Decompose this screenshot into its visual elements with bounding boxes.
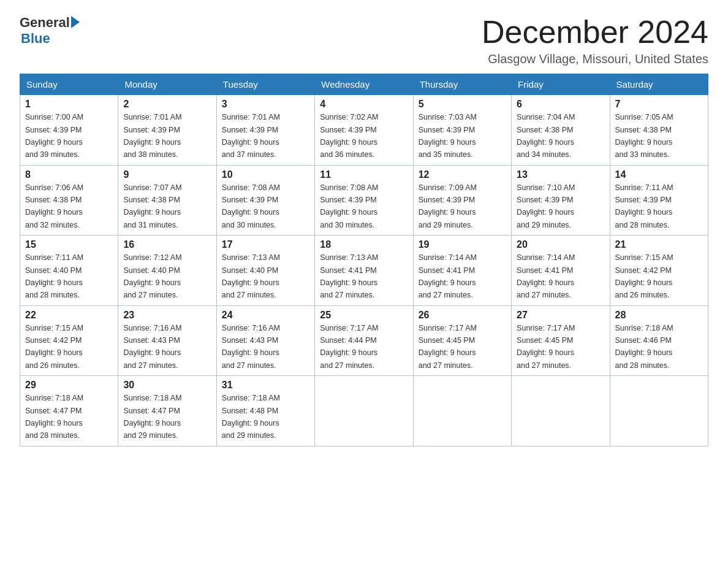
calendar-cell: 31 Sunrise: 7:18 AMSunset: 4:48 PMDaylig… xyxy=(216,376,314,446)
calendar-cell: 1 Sunrise: 7:00 AMSunset: 4:39 PMDayligh… xyxy=(20,95,118,166)
day-detail: Sunrise: 7:15 AMSunset: 4:42 PMDaylight:… xyxy=(615,253,673,299)
day-detail: Sunrise: 7:13 AMSunset: 4:41 PMDaylight:… xyxy=(320,253,378,299)
calendar-cell: 8 Sunrise: 7:06 AMSunset: 4:38 PMDayligh… xyxy=(20,165,118,236)
calendar-cell: 11 Sunrise: 7:08 AMSunset: 4:39 PMDaylig… xyxy=(315,165,413,236)
day-number: 21 xyxy=(615,239,703,250)
day-number: 15 xyxy=(25,239,113,250)
calendar-cell: 9 Sunrise: 7:07 AMSunset: 4:38 PMDayligh… xyxy=(118,165,216,236)
logo: General Blue xyxy=(20,15,80,47)
day-number: 31 xyxy=(222,380,309,391)
calendar-cell xyxy=(610,376,708,446)
day-detail: Sunrise: 7:04 AMSunset: 4:38 PMDaylight:… xyxy=(517,113,575,159)
day-detail: Sunrise: 7:18 AMSunset: 4:47 PMDaylight:… xyxy=(25,394,83,440)
calendar-cell xyxy=(315,376,413,446)
day-detail: Sunrise: 7:18 AMSunset: 4:48 PMDaylight:… xyxy=(222,394,280,440)
header-tuesday: Tuesday xyxy=(216,74,314,95)
day-detail: Sunrise: 7:16 AMSunset: 4:43 PMDaylight:… xyxy=(222,324,280,370)
calendar-cell: 21 Sunrise: 7:15 AMSunset: 4:42 PMDaylig… xyxy=(610,236,708,306)
day-detail: Sunrise: 7:11 AMSunset: 4:39 PMDaylight:… xyxy=(615,183,673,229)
day-detail: Sunrise: 7:11 AMSunset: 4:40 PMDaylight:… xyxy=(25,253,83,299)
day-number: 7 xyxy=(615,99,703,110)
day-number: 9 xyxy=(123,169,211,180)
calendar-cell: 22 Sunrise: 7:15 AMSunset: 4:42 PMDaylig… xyxy=(20,305,118,376)
logo-general-text: General xyxy=(20,15,70,31)
calendar-cell: 2 Sunrise: 7:01 AMSunset: 4:39 PMDayligh… xyxy=(118,95,216,166)
day-detail: Sunrise: 7:14 AMSunset: 4:41 PMDaylight:… xyxy=(419,253,477,299)
day-detail: Sunrise: 7:13 AMSunset: 4:40 PMDaylight:… xyxy=(222,253,280,299)
day-detail: Sunrise: 7:17 AMSunset: 4:45 PMDaylight:… xyxy=(517,324,575,370)
calendar-cell: 20 Sunrise: 7:14 AMSunset: 4:41 PMDaylig… xyxy=(512,236,610,306)
calendar-cell: 23 Sunrise: 7:16 AMSunset: 4:43 PMDaylig… xyxy=(118,305,216,376)
day-detail: Sunrise: 7:17 AMSunset: 4:44 PMDaylight:… xyxy=(320,324,378,370)
day-number: 27 xyxy=(517,310,604,321)
day-detail: Sunrise: 7:16 AMSunset: 4:43 PMDaylight:… xyxy=(123,324,181,370)
day-number: 22 xyxy=(25,310,113,321)
calendar-cell: 28 Sunrise: 7:18 AMSunset: 4:46 PMDaylig… xyxy=(610,305,708,376)
day-number: 16 xyxy=(123,239,211,250)
day-number: 10 xyxy=(222,169,309,180)
day-number: 3 xyxy=(222,99,309,110)
month-title: December 2024 xyxy=(482,15,708,50)
day-detail: Sunrise: 7:03 AMSunset: 4:39 PMDaylight:… xyxy=(419,113,477,159)
calendar-cell: 3 Sunrise: 7:01 AMSunset: 4:39 PMDayligh… xyxy=(216,95,314,166)
day-detail: Sunrise: 7:06 AMSunset: 4:38 PMDaylight:… xyxy=(25,183,83,229)
calendar-header-row: Sunday Monday Tuesday Wednesday Thursday… xyxy=(20,74,708,95)
day-number: 30 xyxy=(123,380,211,391)
day-detail: Sunrise: 7:00 AMSunset: 4:39 PMDaylight:… xyxy=(25,113,83,159)
calendar-cell xyxy=(413,376,511,446)
calendar-table: Sunday Monday Tuesday Wednesday Thursday… xyxy=(20,74,708,446)
day-number: 25 xyxy=(320,310,408,321)
calendar-cell: 5 Sunrise: 7:03 AMSunset: 4:39 PMDayligh… xyxy=(413,95,511,166)
week-row-3: 15 Sunrise: 7:11 AMSunset: 4:40 PMDaylig… xyxy=(20,236,708,306)
day-number: 11 xyxy=(320,169,408,180)
calendar-cell: 14 Sunrise: 7:11 AMSunset: 4:39 PMDaylig… xyxy=(610,165,708,236)
logo-arrow-icon xyxy=(71,16,80,28)
day-number: 1 xyxy=(25,99,113,110)
calendar-cell: 6 Sunrise: 7:04 AMSunset: 4:38 PMDayligh… xyxy=(512,95,610,166)
week-row-4: 22 Sunrise: 7:15 AMSunset: 4:42 PMDaylig… xyxy=(20,305,708,376)
calendar-cell: 19 Sunrise: 7:14 AMSunset: 4:41 PMDaylig… xyxy=(413,236,511,306)
day-detail: Sunrise: 7:14 AMSunset: 4:41 PMDaylight:… xyxy=(517,253,575,299)
day-number: 26 xyxy=(419,310,506,321)
day-number: 4 xyxy=(320,99,408,110)
day-detail: Sunrise: 7:12 AMSunset: 4:40 PMDaylight:… xyxy=(123,253,181,299)
calendar-cell: 12 Sunrise: 7:09 AMSunset: 4:39 PMDaylig… xyxy=(413,165,511,236)
calendar-cell: 7 Sunrise: 7:05 AMSunset: 4:38 PMDayligh… xyxy=(610,95,708,166)
week-row-2: 8 Sunrise: 7:06 AMSunset: 4:38 PMDayligh… xyxy=(20,165,708,236)
day-detail: Sunrise: 7:01 AMSunset: 4:39 PMDaylight:… xyxy=(222,113,280,159)
week-row-5: 29 Sunrise: 7:18 AMSunset: 4:47 PMDaylig… xyxy=(20,376,708,446)
day-detail: Sunrise: 7:05 AMSunset: 4:38 PMDaylight:… xyxy=(615,113,673,159)
day-number: 13 xyxy=(517,169,604,180)
day-number: 23 xyxy=(123,310,211,321)
day-detail: Sunrise: 7:18 AMSunset: 4:46 PMDaylight:… xyxy=(615,324,673,370)
day-number: 24 xyxy=(222,310,309,321)
calendar-cell: 17 Sunrise: 7:13 AMSunset: 4:40 PMDaylig… xyxy=(216,236,314,306)
calendar-cell xyxy=(512,376,610,446)
day-detail: Sunrise: 7:15 AMSunset: 4:42 PMDaylight:… xyxy=(25,324,83,370)
header-friday: Friday xyxy=(512,74,610,95)
day-detail: Sunrise: 7:09 AMSunset: 4:39 PMDaylight:… xyxy=(419,183,477,229)
header-monday: Monday xyxy=(118,74,216,95)
header-thursday: Thursday xyxy=(413,74,511,95)
calendar-cell: 30 Sunrise: 7:18 AMSunset: 4:47 PMDaylig… xyxy=(118,376,216,446)
calendar-cell: 10 Sunrise: 7:08 AMSunset: 4:39 PMDaylig… xyxy=(216,165,314,236)
day-detail: Sunrise: 7:02 AMSunset: 4:39 PMDaylight:… xyxy=(320,113,378,159)
day-number: 19 xyxy=(419,239,506,250)
day-number: 2 xyxy=(123,99,211,110)
day-detail: Sunrise: 7:08 AMSunset: 4:39 PMDaylight:… xyxy=(222,183,280,229)
header-sunday: Sunday xyxy=(20,74,118,95)
day-detail: Sunrise: 7:08 AMSunset: 4:39 PMDaylight:… xyxy=(320,183,378,229)
header-saturday: Saturday xyxy=(610,74,708,95)
logo-blue-text: Blue xyxy=(21,31,50,47)
location-title: Glasgow Village, Missouri, United States xyxy=(482,52,708,66)
calendar-cell: 25 Sunrise: 7:17 AMSunset: 4:44 PMDaylig… xyxy=(315,305,413,376)
day-detail: Sunrise: 7:18 AMSunset: 4:47 PMDaylight:… xyxy=(123,394,181,440)
day-number: 12 xyxy=(419,169,506,180)
calendar-cell: 29 Sunrise: 7:18 AMSunset: 4:47 PMDaylig… xyxy=(20,376,118,446)
day-number: 28 xyxy=(615,310,703,321)
calendar-cell: 15 Sunrise: 7:11 AMSunset: 4:40 PMDaylig… xyxy=(20,236,118,306)
calendar-cell: 16 Sunrise: 7:12 AMSunset: 4:40 PMDaylig… xyxy=(118,236,216,306)
day-number: 17 xyxy=(222,239,309,250)
day-number: 18 xyxy=(320,239,408,250)
week-row-1: 1 Sunrise: 7:00 AMSunset: 4:39 PMDayligh… xyxy=(20,95,708,166)
